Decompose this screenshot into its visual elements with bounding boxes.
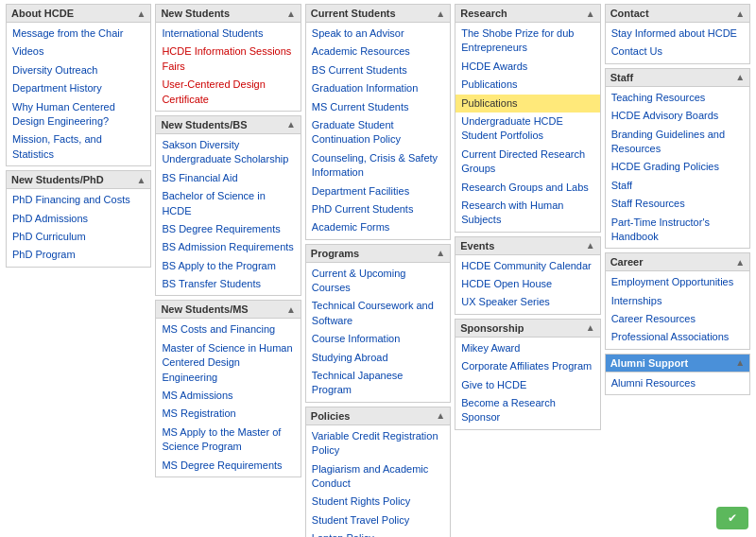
nav-link[interactable]: PhD Admissions [7, 210, 150, 228]
nav-link[interactable]: Undergraduate HCDE Student Portfolios [455, 113, 599, 146]
nav-link[interactable]: BS Degree Requirements [156, 220, 300, 238]
expand-icon[interactable]: ▲ [286, 119, 296, 130]
nav-link[interactable]: Alumni Resources [606, 374, 749, 392]
nav-link[interactable]: The Shobe Prize for dub Entrepreneurs [455, 25, 599, 58]
section-policies: Policies▲Variable Credit Registration Po… [305, 407, 451, 537]
nav-link[interactable]: Message from the Chair [7, 25, 150, 43]
expand-icon[interactable]: ▲ [137, 175, 146, 185]
nav-link[interactable]: Career Resources [606, 310, 749, 328]
expand-icon[interactable]: ▲ [586, 9, 595, 19]
nav-link[interactable]: Why Human Centered Design Engineering? [7, 98, 150, 131]
nav-link[interactable]: PhD Financing and Costs [7, 191, 150, 209]
nav-link[interactable]: Stay Informed about HCDE [606, 25, 749, 43]
nav-link[interactable]: BS Financial Aid [156, 169, 300, 187]
nav-link[interactable]: Research Groups and Labs [455, 179, 599, 197]
nav-link[interactable]: BS Apply to the Program [156, 257, 300, 275]
nav-link[interactable]: Staff Resources [606, 195, 749, 213]
nav-link[interactable]: Mission, Facts, and Statistics [7, 130, 150, 164]
nav-link[interactable]: Research with Human Subjects [455, 197, 599, 230]
expand-icon[interactable]: ▲ [286, 304, 296, 315]
nav-link[interactable]: Become a Research Sponsor [455, 394, 599, 427]
nav-link[interactable]: Part-Time Instructor's Handbook [606, 214, 749, 247]
nav-link[interactable]: Speak to an Advisor [306, 25, 450, 43]
nav-link[interactable]: Current & Upcoming Courses [306, 265, 450, 298]
expand-icon[interactable]: ▲ [735, 9, 745, 19]
expand-icon[interactable]: ▲ [436, 410, 445, 421]
nav-link[interactable]: Technical Japanese Program [306, 367, 450, 400]
nav-link[interactable]: Student Rights Policy [306, 493, 450, 511]
expand-icon[interactable]: ▲ [137, 9, 146, 19]
nav-link[interactable]: PhD Program [7, 246, 150, 264]
nav-link[interactable]: MS Degree Requirements [156, 457, 300, 475]
done-button[interactable] [716, 507, 748, 529]
nav-link[interactable]: BS Admission Requirements [156, 238, 300, 256]
nav-link[interactable]: Publications [455, 95, 599, 113]
nav-link[interactable]: Employment Opportunities [606, 273, 749, 291]
section-alumni-support: Alumni Support▲Alumni Resources [605, 354, 750, 395]
nav-link[interactable]: BS Current Students [306, 61, 450, 79]
expand-icon[interactable]: ▲ [586, 240, 595, 251]
nav-link[interactable]: Internships [606, 292, 749, 310]
expand-icon[interactable]: ▲ [436, 9, 445, 19]
nav-link[interactable]: HCDE Advisory Boards [606, 107, 749, 125]
nav-link[interactable]: Studying Abroad [306, 349, 450, 367]
nav-link[interactable]: HCDE Community Calendar [455, 257, 599, 275]
nav-link[interactable]: Professional Associations [606, 328, 749, 346]
nav-link[interactable]: Staff [606, 177, 749, 195]
nav-link[interactable]: Technical Coursework and Software [306, 297, 450, 330]
nav-link[interactable]: BS Transfer Students [156, 275, 300, 293]
expand-icon[interactable]: ▲ [586, 322, 595, 333]
nav-link[interactable]: Graduation Information [306, 79, 450, 97]
nav-link[interactable]: HCDE Grading Policies [606, 158, 749, 176]
expand-icon[interactable]: ▲ [735, 257, 745, 268]
nav-link[interactable]: Sakson Diversity Undergraduate Scholarsh… [156, 136, 300, 169]
nav-link[interactable]: Mikey Award [455, 339, 599, 357]
column-col4: Research▲The Shobe Prize for dub Entrepr… [453, 4, 602, 537]
section-body-events: HCDE Community CalendarHCDE Open HouseUX… [455, 255, 599, 314]
nav-link[interactable]: Give to HCDE [455, 376, 599, 394]
nav-link[interactable]: PhD Curriculum [7, 228, 150, 246]
nav-link[interactable]: MS Current Students [306, 98, 450, 116]
section-body-policies: Variable Credit Registration PolicyPlagi… [306, 425, 450, 537]
nav-link[interactable]: Contact Us [606, 43, 749, 61]
nav-link[interactable]: Academic Forms [306, 218, 450, 236]
nav-link[interactable]: Plagiarism and Academic Conduct [306, 460, 450, 494]
nav-link[interactable]: PhD Current Students [306, 200, 450, 218]
nav-link[interactable]: Laptop Policy [306, 529, 450, 537]
nav-link[interactable]: Variable Credit Registration Policy [306, 427, 450, 460]
nav-link[interactable]: HCDE Open House [455, 275, 599, 293]
expand-icon[interactable]: ▲ [735, 357, 745, 368]
nav-link[interactable]: International Students [156, 25, 300, 43]
nav-link[interactable]: MS Registration [156, 405, 300, 423]
nav-link[interactable]: UX Speaker Series [455, 293, 599, 311]
nav-link[interactable]: Corporate Affiliates Program [455, 357, 599, 375]
nav-link[interactable]: MS Admissions [156, 387, 300, 405]
nav-link[interactable]: Diversity Outreach [7, 61, 150, 79]
nav-link[interactable]: Department History [7, 79, 150, 97]
section-contact: Contact▲Stay Informed about HCDEContact … [605, 4, 750, 64]
nav-link[interactable]: Student Travel Policy [306, 511, 450, 529]
expand-icon[interactable]: ▲ [735, 72, 745, 82]
section-header-label: New Students/BS [161, 119, 247, 130]
nav-link[interactable]: HCDE Awards [455, 58, 599, 76]
nav-link[interactable]: Bachelor of Science in HCDE [156, 187, 300, 220]
section-staff: Staff▲Teaching ResourcesHCDE Advisory Bo… [605, 68, 750, 250]
nav-link[interactable]: User-Centered Design Certificate [156, 76, 300, 109]
expand-icon[interactable]: ▲ [436, 248, 445, 258]
nav-link[interactable]: Counseling, Crisis & Safety Information [306, 149, 450, 182]
nav-link[interactable]: Current Directed Research Groups [455, 146, 599, 179]
nav-link[interactable]: MS Costs and Financing [156, 320, 300, 338]
nav-link[interactable]: Videos [7, 43, 150, 61]
nav-link[interactable]: Master of Science in Human Centered Desi… [156, 339, 300, 387]
nav-link[interactable]: MS Apply to the Master of Science Progra… [156, 424, 300, 457]
nav-link[interactable]: Graduate Student Continuation Policy [306, 116, 450, 149]
nav-link[interactable]: Branding Guidelines and Resources [606, 126, 749, 159]
nav-link[interactable]: Academic Resources [306, 43, 450, 61]
nav-link[interactable]: Teaching Resources [606, 89, 749, 107]
nav-link[interactable]: Course Information [306, 330, 450, 348]
nav-link[interactable]: Department Facilities [306, 182, 450, 200]
nav-link[interactable]: Publications [455, 76, 599, 94]
section-header-policies: Policies▲ [306, 407, 450, 425]
nav-link[interactable]: HCDE Information Sessions Fairs [156, 43, 300, 76]
expand-icon[interactable]: ▲ [286, 9, 296, 19]
